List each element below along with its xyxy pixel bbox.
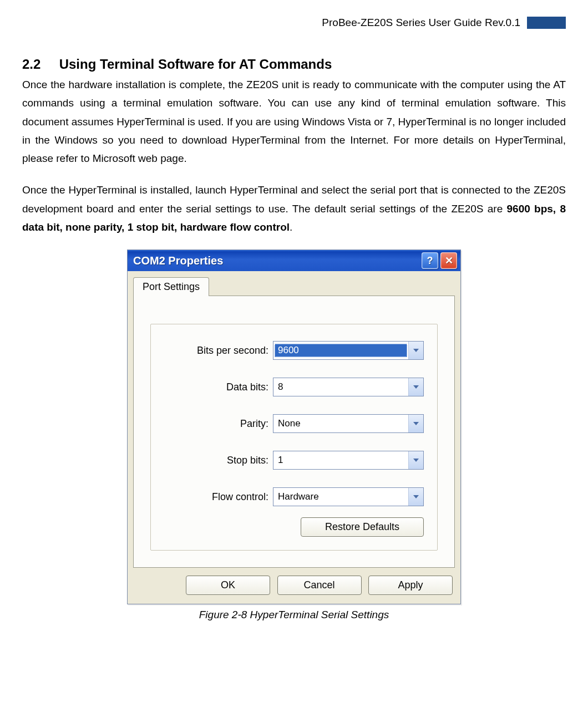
ok-button[interactable]: OK — [186, 576, 270, 595]
settings-group: Bits per second: 9600 Data bits: 8 — [150, 324, 438, 551]
flow-control-value: Hardware — [273, 491, 408, 502]
label-flow-control: Flow control: — [164, 491, 273, 503]
restore-defaults-button[interactable]: Restore Defaults — [301, 517, 424, 537]
section-title: Using Terminal Software for AT Commands — [59, 57, 332, 72]
close-icon[interactable]: ✕ — [440, 252, 457, 269]
section-heading: 2.2 Using Terminal Software for AT Comma… — [22, 57, 566, 72]
flow-control-select[interactable]: Hardware — [273, 487, 424, 506]
header-accent — [527, 17, 566, 29]
paragraph-2: Once the HyperTerminal is installed, lau… — [22, 181, 566, 236]
bits-per-second-value: 9600 — [275, 344, 407, 357]
dialog-button-row: OK Cancel Apply — [128, 568, 460, 604]
data-bits-select[interactable]: 8 — [273, 378, 424, 396]
chevron-down-icon[interactable] — [408, 451, 423, 469]
cancel-button[interactable]: Cancel — [277, 576, 362, 595]
chevron-down-icon[interactable] — [408, 488, 423, 506]
label-data-bits: Data bits: — [164, 381, 273, 393]
tab-bar: Port Settings — [128, 271, 460, 296]
stop-bits-value: 1 — [273, 455, 408, 466]
chevron-down-icon[interactable] — [408, 378, 423, 396]
paragraph-2-part-a: Once the HyperTerminal is installed, lau… — [22, 184, 566, 214]
com-properties-dialog: COM2 Properties ? ✕ Port Settings Bits p… — [127, 250, 461, 604]
dialog-title: COM2 Properties — [133, 254, 223, 267]
section-number: 2.2 — [22, 57, 55, 72]
paragraph-2-part-b: . — [290, 221, 292, 233]
stop-bits-select[interactable]: 1 — [273, 451, 424, 470]
label-parity: Parity: — [164, 418, 273, 430]
figure-caption: Figure 2-8 HyperTerminal Serial Settings — [22, 609, 566, 621]
parity-value: None — [273, 418, 408, 429]
chevron-down-icon[interactable] — [408, 342, 423, 359]
chevron-down-icon[interactable] — [408, 415, 423, 432]
doc-title: ProBee-ZE20S Series User Guide Rev.0.1 — [322, 17, 527, 29]
dialog-titlebar[interactable]: COM2 Properties ? ✕ — [128, 250, 460, 271]
label-stop-bits: Stop bits: — [164, 455, 273, 466]
tab-panel: Bits per second: 9600 Data bits: 8 — [133, 296, 455, 568]
parity-select[interactable]: None — [273, 414, 424, 433]
bits-per-second-select[interactable]: 9600 — [273, 341, 424, 360]
help-icon[interactable]: ? — [422, 252, 438, 269]
page-header: ProBee-ZE20S Series User Guide Rev.0.1 — [22, 17, 566, 29]
apply-button[interactable]: Apply — [368, 576, 453, 595]
paragraph-1: Once the hardware installation is comple… — [22, 75, 566, 167]
tab-port-settings[interactable]: Port Settings — [133, 277, 209, 296]
data-bits-value: 8 — [273, 381, 408, 393]
label-bits-per-second: Bits per second: — [164, 345, 273, 357]
